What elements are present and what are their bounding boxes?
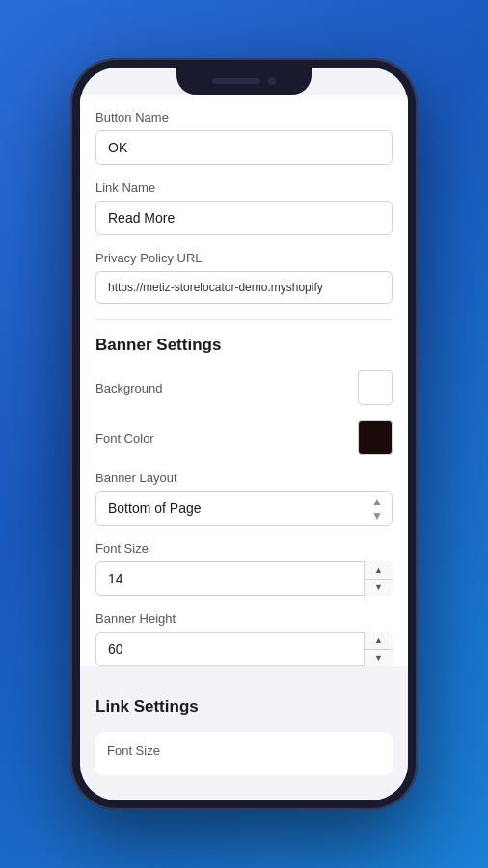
divider [95,319,393,320]
banner-layout-select-wrapper: Bottom of Page Top of Page Floating ▲ ▼ [95,491,393,526]
banner-height-increment[interactable]: ▲ [365,632,393,650]
bottom-spacer [95,775,393,800]
background-label: Background [95,381,162,395]
button-name-field-group: Button Name [95,110,393,165]
link-settings-font-size-label: Font Size [107,744,381,758]
phone-screen: Button Name Link Name Privacy Policy URL… [80,68,408,800]
phone-frame: Button Name Link Name Privacy Policy URL… [70,58,418,810]
font-size-increment[interactable]: ▲ [365,561,393,580]
font-size-decrement[interactable]: ▼ [365,580,393,597]
link-settings-section: Link Settings Font Size [80,682,408,800]
speaker [212,78,260,84]
privacy-policy-label: Privacy Policy URL [95,251,393,265]
banner-height-input[interactable] [95,632,393,666]
link-settings-title: Link Settings [95,697,393,717]
notch [176,68,312,95]
banner-settings-title: Banner Settings [95,336,393,355]
background-color-row: Background [95,370,393,405]
link-name-field-group: Link Name [95,180,393,235]
link-name-input[interactable] [95,201,393,235]
camera [268,77,276,85]
link-name-label: Link Name [95,180,393,195]
button-name-input[interactable] [95,130,393,165]
font-size-label: Font Size [95,541,393,556]
font-size-spinners: ▲ ▼ [364,561,393,596]
privacy-policy-input[interactable] [95,271,393,304]
form-container: Button Name Link Name Privacy Policy URL… [80,95,408,666]
screen-content[interactable]: Button Name Link Name Privacy Policy URL… [80,95,408,800]
banner-layout-field-group: Banner Layout Bottom of Page Top of Page… [95,471,393,526]
font-size-input-wrapper: ▲ ▼ [95,561,393,596]
privacy-policy-field-group: Privacy Policy URL [95,251,393,304]
banner-height-decrement[interactable]: ▼ [365,650,393,667]
font-color-swatch[interactable] [358,420,393,455]
button-name-label: Button Name [95,110,393,124]
banner-layout-label: Banner Layout [95,471,393,485]
font-color-row: Font Color [95,420,393,455]
banner-height-label: Banner Height [95,611,393,626]
link-settings-content: Font Size [95,732,393,775]
banner-height-spinners: ▲ ▼ [364,632,393,666]
banner-height-input-wrapper: ▲ ▼ [95,632,393,666]
font-size-input[interactable] [95,561,393,596]
font-color-label: Font Color [95,431,154,446]
banner-layout-select[interactable]: Bottom of Page Top of Page Floating [95,491,393,526]
background-color-swatch[interactable] [358,370,393,405]
banner-height-field-group: Banner Height ▲ ▼ [95,611,393,666]
font-size-field-group: Font Size ▲ ▼ [95,541,393,596]
